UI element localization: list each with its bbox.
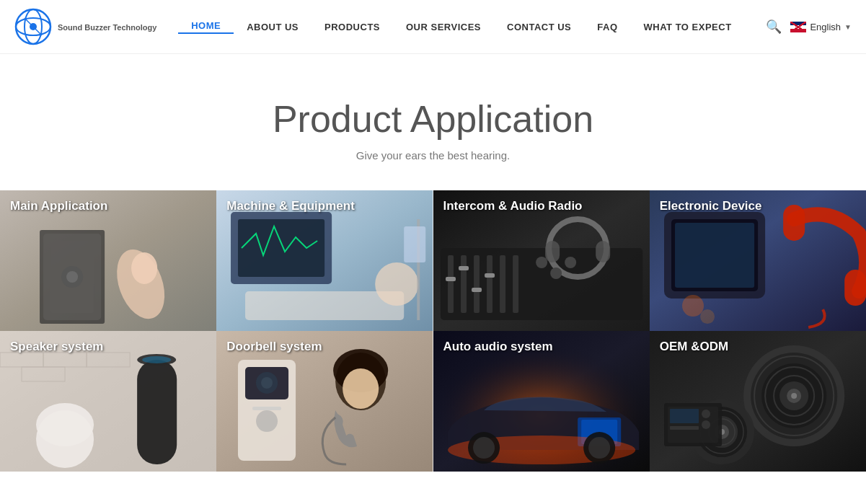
svg-rect-28: [459, 266, 469, 270]
svg-point-55: [142, 356, 171, 363]
svg-rect-33: [596, 241, 610, 262]
svg-point-44: [700, 309, 715, 324]
nav-our-services[interactable]: OUR SERVICES: [393, 22, 494, 32]
svg-point-43: [682, 295, 704, 317]
svg-point-74: [588, 437, 610, 459]
search-icon[interactable]: 🔍: [766, 19, 782, 35]
svg-rect-42: [783, 205, 805, 241]
svg-rect-21: [448, 255, 454, 313]
svg-rect-41: [844, 270, 866, 306]
hero-title: Product Application: [14, 97, 852, 141]
language-selector[interactable]: English ▼: [790, 22, 852, 32]
site-header: Sound Buzzer Technology HOME ABOUT US PR…: [0, 0, 866, 54]
svg-point-16: [375, 262, 418, 306]
svg-rect-29: [472, 288, 482, 292]
svg-rect-22: [461, 255, 467, 313]
language-label: English: [810, 22, 841, 32]
logo-icon: [14, 8, 52, 45]
svg-rect-23: [474, 255, 480, 313]
svg-point-65: [343, 368, 379, 409]
svg-rect-27: [446, 277, 456, 281]
svg-point-81: [791, 393, 797, 399]
grid-item-electronic-device[interactable]: Electronic Device: [650, 190, 866, 331]
svg-point-72: [473, 437, 495, 459]
svg-rect-26: [513, 255, 518, 313]
nav-faq[interactable]: FAQ: [584, 22, 630, 32]
svg-point-60: [261, 377, 273, 389]
svg-point-36: [565, 257, 576, 268]
logo-area[interactable]: Sound Buzzer Technology: [14, 8, 156, 45]
grid-item-speaker-system[interactable]: Speaker system: [0, 331, 216, 472]
grid-item-oem-odm[interactable]: OEM &ODM: [650, 331, 866, 472]
svg-rect-97: [670, 426, 699, 430]
grid-item-doorbell-system[interactable]: Doorbell system: [216, 331, 433, 472]
svg-rect-52: [36, 403, 94, 446]
svg-rect-94: [670, 409, 699, 423]
svg-point-34: [536, 257, 547, 268]
grid-item-label: OEM &ODM: [660, 340, 728, 354]
nav-what-to-expect[interactable]: WHAT TO EXPECT: [631, 22, 745, 32]
nav-about-us[interactable]: ABOUT US: [234, 22, 312, 32]
grid-item-label: Electronic Device: [660, 199, 762, 213]
svg-rect-14: [238, 219, 324, 277]
hero-subtitle: Give your ears the best hearing.: [14, 149, 852, 162]
header-right: 🔍 English ▼: [766, 19, 852, 35]
svg-rect-30: [485, 273, 495, 278]
svg-point-95: [702, 410, 710, 418]
svg-rect-24: [487, 255, 492, 313]
svg-rect-53: [137, 360, 177, 464]
logo-text: Sound Buzzer Technology: [58, 23, 156, 32]
grid-item-auto-audio[interactable]: Auto audio system: [433, 331, 650, 472]
svg-point-11: [66, 271, 78, 283]
grid-item-label: Auto audio system: [443, 340, 553, 354]
flag-icon: [790, 22, 806, 32]
svg-point-96: [702, 420, 710, 429]
svg-point-62: [256, 410, 278, 432]
product-grid: Main Application Machine & Equ: [0, 190, 866, 472]
svg-rect-25: [500, 255, 505, 313]
grid-item-machine-equipment[interactable]: Machine & Equipment: [216, 190, 433, 331]
grid-item-label: Doorbell system: [226, 340, 322, 354]
svg-rect-32: [545, 241, 560, 262]
grid-item-label: Machine & Equipment: [226, 199, 355, 213]
nav-products[interactable]: PRODUCTS: [312, 22, 393, 32]
svg-rect-61: [252, 407, 281, 410]
grid-item-label: Intercom & Audio Radio: [443, 199, 583, 213]
grid-item-main-application[interactable]: Main Application: [0, 190, 216, 331]
main-nav: HOME ABOUT US PRODUCTS OUR SERVICES CONT…: [156, 20, 766, 34]
grid-item-label: Main Application: [10, 199, 107, 213]
hero-section: Product Application Give your ears the b…: [0, 54, 866, 190]
svg-point-8: [131, 252, 157, 284]
nav-home[interactable]: HOME: [178, 20, 234, 34]
chevron-down-icon: ▼: [844, 23, 852, 31]
svg-point-35: [550, 268, 562, 279]
grid-item-label: Speaker system: [10, 340, 103, 354]
grid-item-intercom-audio[interactable]: Intercom & Audio Radio: [433, 190, 650, 331]
svg-rect-40: [675, 223, 754, 288]
svg-rect-18: [404, 226, 425, 262]
nav-contact-us[interactable]: CONTACT US: [494, 22, 584, 32]
